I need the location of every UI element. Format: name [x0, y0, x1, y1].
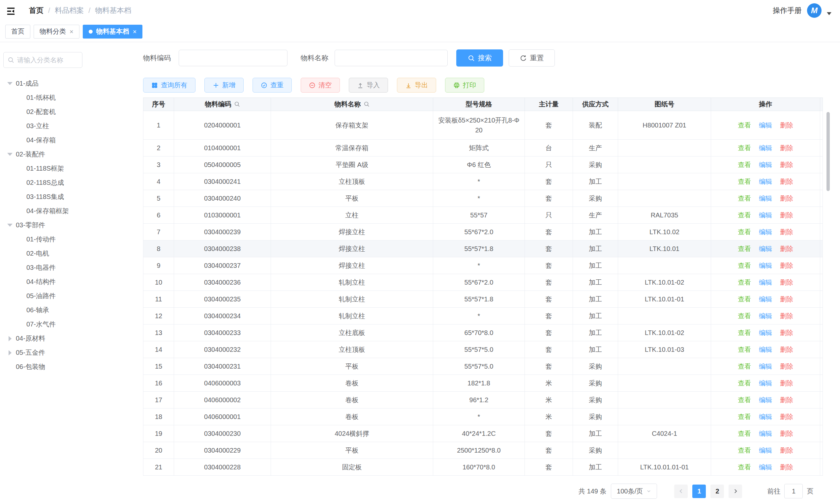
delete-link[interactable]: 删除 — [780, 262, 793, 269]
view-link[interactable]: 查看 — [738, 413, 751, 420]
material-code-input[interactable] — [179, 50, 287, 66]
tree-child-node[interactable]: 03-电器件 — [0, 260, 99, 275]
column-search-icon[interactable] — [234, 101, 240, 107]
view-link[interactable]: 查看 — [738, 161, 751, 168]
goto-page-input[interactable] — [784, 484, 803, 499]
edit-link[interactable]: 编辑 — [759, 279, 772, 286]
delete-link[interactable]: 删除 — [780, 379, 793, 387]
tree-node[interactable]: 06-包装物 — [0, 360, 99, 374]
view-link[interactable]: 查看 — [738, 363, 751, 370]
table-row[interactable]: 70304000239焊接立柱55*67*2.0套加工LTK.10.02查看编辑… — [143, 224, 823, 240]
manual-link[interactable]: 操作手册 — [773, 5, 802, 16]
collapse-arrow-icon[interactable] — [7, 336, 13, 341]
view-link[interactable]: 查看 — [738, 464, 751, 471]
sidebar-collapse-icon[interactable] — [6, 6, 16, 16]
view-link[interactable]: 查看 — [738, 396, 751, 403]
view-link[interactable]: 查看 — [738, 430, 751, 437]
edit-link[interactable]: 编辑 — [759, 228, 772, 236]
tree-child-node[interactable]: 01-118S框架 — [0, 161, 99, 176]
delete-link[interactable]: 删除 — [780, 161, 793, 168]
delete-link[interactable]: 删除 — [780, 447, 793, 454]
expand-arrow-icon[interactable] — [7, 82, 13, 85]
expand-arrow-icon[interactable] — [7, 153, 13, 156]
table-row[interactable]: 30504000005平垫圈 A级Φ6 红色只采购查看编辑删除 — [143, 157, 823, 173]
tree-node[interactable]: 02-装配件 — [0, 147, 99, 161]
expand-arrow-icon[interactable] — [7, 224, 13, 227]
view-link[interactable]: 查看 — [738, 262, 751, 269]
toolbar-button-plus[interactable]: 新增 — [205, 78, 244, 93]
table-row[interactable]: 120304000234轧制立柱*套加工查看编辑删除 — [143, 308, 823, 324]
delete-link[interactable]: 删除 — [780, 363, 793, 370]
table-row[interactable]: 100304000236轧制立柱55*67*2.0套加工LTK.10.01-02… — [143, 274, 823, 291]
tree-child-node[interactable]: 05-油路件 — [0, 289, 99, 303]
tree-child-node[interactable]: 07-水气件 — [0, 317, 99, 331]
material-name-input[interactable] — [335, 50, 448, 66]
table-row[interactable]: 200304000229平板2500*1250*8.0套采购查看编辑删除 — [143, 442, 823, 459]
view-link[interactable]: 查看 — [738, 329, 751, 336]
view-link[interactable]: 查看 — [738, 295, 751, 303]
tab-close-icon[interactable]: × — [133, 28, 137, 35]
tab-close-icon[interactable]: × — [70, 28, 73, 35]
toolbar-button-check-circle[interactable]: 查重 — [252, 78, 292, 93]
tree-node[interactable]: 03-零部件 — [0, 218, 99, 232]
edit-link[interactable]: 编辑 — [759, 379, 772, 387]
view-link[interactable]: 查看 — [738, 178, 751, 185]
delete-link[interactable]: 删除 — [780, 312, 793, 320]
tree-child-node[interactable]: 04-保存箱 — [0, 133, 99, 147]
category-search-input[interactable] — [17, 56, 78, 64]
tree-child-node[interactable]: 04-保存箱框架 — [0, 204, 99, 218]
edit-link[interactable]: 编辑 — [759, 245, 772, 252]
edit-link[interactable]: 编辑 — [759, 212, 772, 219]
collapse-arrow-icon[interactable] — [7, 350, 13, 356]
table-row[interactable]: 80304000238焊接立柱55*57*1.8套加工LTK.10.01查看编辑… — [143, 240, 823, 257]
toolbar-button-minus-circle[interactable]: 清空 — [301, 78, 340, 93]
edit-link[interactable]: 编辑 — [759, 312, 772, 320]
table-row[interactable]: 20104000001常温保存箱矩阵式台生产查看编辑删除 — [143, 140, 823, 157]
delete-link[interactable]: 删除 — [780, 329, 793, 336]
toolbar-button-printer[interactable]: 打印 — [445, 78, 484, 93]
view-link[interactable]: 查看 — [738, 212, 751, 219]
tree-child-node[interactable]: 02-118S总成 — [0, 176, 99, 190]
edit-link[interactable]: 编辑 — [759, 363, 772, 370]
table-scrollbar[interactable] — [826, 112, 830, 191]
tree-child-node[interactable]: 01-传动件 — [0, 232, 99, 247]
table-row[interactable]: 60103000001立柱55*57只生产RAL7035查看编辑删除 — [143, 207, 823, 224]
table-row[interactable]: 130304000233立柱底板65*70*8.0套加工LTK.10.01-02… — [143, 324, 823, 341]
delete-link[interactable]: 删除 — [780, 279, 793, 286]
edit-link[interactable]: 编辑 — [759, 178, 772, 185]
toolbar-button-download[interactable]: 导出 — [397, 78, 436, 93]
delete-link[interactable]: 删除 — [780, 346, 793, 353]
table-row[interactable]: 150304000231平板55*57*5.0套采购查看编辑删除 — [143, 358, 823, 375]
page-button-1[interactable]: 1 — [692, 485, 706, 498]
edit-link[interactable]: 编辑 — [759, 346, 772, 353]
delete-link[interactable]: 删除 — [780, 430, 793, 437]
tree-child-node[interactable]: 03-118S集成 — [0, 190, 99, 204]
table-row[interactable]: 160406000003卷板182*1.8米采购查看编辑删除 — [143, 375, 823, 392]
table-row[interactable]: 1903040002304024横斜撑40*24*1.2C套加工C4024-1查… — [143, 425, 823, 442]
toolbar-button-upload[interactable]: 导入 — [349, 78, 388, 93]
view-link[interactable]: 查看 — [738, 144, 751, 151]
edit-link[interactable]: 编辑 — [759, 161, 772, 168]
table-row[interactable]: 110304000235轧制立柱55*57*1.8套加工LTK.10.01-01… — [143, 291, 823, 308]
table-row[interactable]: 50304000240平板*套采购查看编辑删除 — [143, 190, 823, 207]
edit-link[interactable]: 编辑 — [759, 144, 772, 151]
column-search-icon[interactable] — [364, 101, 370, 107]
table-row[interactable]: 170406000002卷板96*1.2米采购查看编辑删除 — [143, 392, 823, 409]
edit-link[interactable]: 编辑 — [759, 329, 772, 336]
view-link[interactable]: 查看 — [738, 447, 751, 454]
tree-child-node[interactable]: 01-纸杯机 — [0, 91, 99, 105]
page-size-select[interactable]: 100条/页 — [611, 484, 657, 499]
next-page-button[interactable] — [729, 485, 742, 498]
tree-child-node[interactable]: 04-结构件 — [0, 275, 99, 289]
delete-link[interactable]: 删除 — [780, 144, 793, 151]
page-button-2[interactable]: 2 — [711, 485, 724, 498]
tree-child-node[interactable]: 06-轴承 — [0, 303, 99, 317]
edit-link[interactable]: 编辑 — [759, 295, 772, 303]
view-link[interactable]: 查看 — [738, 312, 751, 320]
view-link[interactable]: 查看 — [738, 346, 751, 353]
table-row[interactable]: 90304000237焊接立柱*套加工查看编辑删除 — [143, 257, 823, 274]
tree-child-node[interactable]: 03-立柱 — [0, 119, 99, 133]
delete-link[interactable]: 删除 — [780, 396, 793, 403]
table-row[interactable]: 10204000001保存箱支架安装板δ5×250×210开孔8-Φ20套装配H… — [143, 111, 823, 140]
tree-child-node[interactable]: 02-配套机 — [0, 105, 99, 119]
